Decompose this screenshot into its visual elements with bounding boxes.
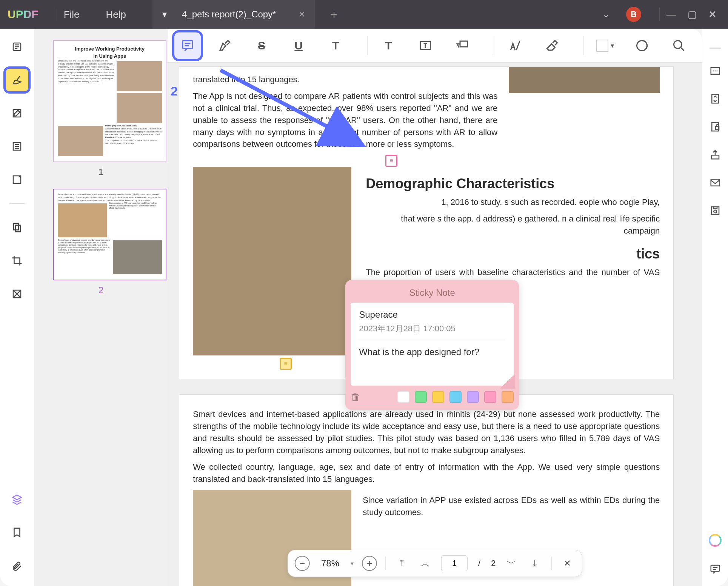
color-swatch[interactable]: [467, 391, 479, 403]
text-tool[interactable]: T: [375, 32, 402, 59]
sticky-note-tool[interactable]: [174, 32, 201, 59]
layers-tool[interactable]: [6, 488, 28, 511]
page-controls: − 78% ▾ + ⤒ ︿ / 2 ﹀ ⤓ ✕: [288, 550, 582, 577]
separator: [385, 557, 386, 570]
minimize-button[interactable]: —: [666, 9, 676, 20]
paragraph: translated into 15 languages.: [193, 74, 497, 86]
thumbnail-panel: Improve Working Productivity in Using Ap…: [34, 29, 168, 586]
last-page-button[interactable]: ⤓: [527, 556, 542, 571]
app-logo: UPDF: [8, 8, 38, 21]
color-swatch[interactable]: [432, 391, 444, 403]
separator: [659, 8, 660, 21]
tab-close-icon[interactable]: ×: [299, 8, 305, 20]
eraser-tool[interactable]: [539, 32, 565, 59]
callout-tool[interactable]: [449, 32, 476, 59]
next-page-button[interactable]: ﹀: [504, 556, 519, 571]
prev-page-button[interactable]: ︿: [418, 556, 433, 571]
reader-tool[interactable]: [6, 35, 28, 58]
paragraph: The App is not designed to compare AR pa…: [193, 90, 497, 150]
sticky-note-marker-icon[interactable]: ≡: [280, 358, 292, 370]
thumbnail-page-2[interactable]: Smart devices and internet-based applica…: [53, 189, 166, 280]
share-icon[interactable]: [710, 148, 721, 160]
menu-help[interactable]: Help: [106, 9, 126, 20]
attachment-tool[interactable]: [6, 554, 28, 577]
pencil-tool[interactable]: [502, 32, 528, 59]
email-icon[interactable]: [710, 175, 721, 188]
separator: [367, 36, 368, 55]
comments-panel-icon[interactable]: [710, 562, 721, 575]
svg-rect-18: [711, 180, 720, 186]
color-swatch[interactable]: [415, 391, 427, 403]
page-input[interactable]: [441, 555, 468, 571]
sticky-author: Superace: [359, 309, 505, 320]
chevron-down-icon[interactable]: ⌄: [597, 6, 615, 23]
form-tool[interactable]: [6, 168, 28, 191]
squiggly-tool[interactable]: T: [322, 32, 349, 59]
delete-note-icon[interactable]: 🗑: [351, 391, 360, 403]
separator: [57, 8, 57, 21]
callout-2: 2: [171, 84, 178, 98]
svg-rect-21: [713, 207, 717, 209]
save-icon[interactable]: [710, 203, 721, 216]
first-page-button[interactable]: ⤒: [394, 556, 409, 571]
separator: [9, 203, 25, 204]
search-button[interactable]: [666, 32, 692, 59]
strikethrough-tool[interactable]: S: [248, 32, 275, 59]
sticky-text[interactable]: What is the app designed for?: [359, 347, 505, 357]
paragraph: Smart devices and internet-based applica…: [193, 408, 660, 457]
paragraph: 1, 2016 to study. s such as recorded. eo…: [366, 196, 660, 208]
color-swatch[interactable]: [397, 391, 409, 403]
document-image: [193, 167, 351, 355]
doc-heading: Demographic Characteristics: [366, 176, 660, 192]
crop-tool[interactable]: [6, 249, 28, 272]
separator: [551, 557, 551, 570]
zoom-level[interactable]: 78%: [321, 558, 339, 569]
bookmark-tool[interactable]: [6, 521, 28, 544]
zoom-in-button[interactable]: +: [362, 556, 377, 571]
color-swatch[interactable]: [484, 391, 496, 403]
zoom-dropdown-icon[interactable]: ▾: [351, 560, 354, 567]
color-swatch[interactable]: [502, 391, 514, 403]
zoom-out-button[interactable]: −: [295, 556, 310, 571]
ocr-icon[interactable]: [710, 64, 721, 77]
document-tab[interactable]: ▾ 4_pets report(2)_Copy* ×: [152, 0, 315, 29]
page-total: 2: [491, 558, 496, 568]
tab-title: 4_pets report(2)_Copy*: [182, 9, 276, 20]
maximize-button[interactable]: ▢: [688, 9, 697, 20]
thumb-page-number: 1: [53, 167, 149, 177]
color-swatch[interactable]: [449, 391, 462, 403]
menu-file[interactable]: File: [64, 9, 80, 20]
comment-tool[interactable]: [6, 69, 28, 91]
pages-tool[interactable]: [6, 135, 28, 158]
paragraph: We collected country, language, age, sex…: [193, 461, 660, 485]
thumbnail-page-1[interactable]: Improve Working Productivity in Using Ap…: [53, 40, 166, 162]
doc-heading: tics: [366, 246, 660, 262]
sticky-note-marker-icon[interactable]: ≡: [385, 155, 397, 167]
thumb-heading: Baseline Characteristics: [105, 136, 132, 138]
svg-rect-7: [183, 40, 193, 48]
close-pager-button[interactable]: ✕: [560, 556, 575, 571]
sticky-note-popup[interactable]: Sticky Note Superace 2023年12月28日 17:00:0…: [345, 280, 519, 410]
page-sep: /: [478, 558, 480, 568]
separator: [494, 36, 494, 55]
shape-tool[interactable]: ▾: [592, 32, 618, 59]
annotation-toolbar: S U T T ▾: [168, 29, 702, 63]
stamp-tool[interactable]: [629, 32, 655, 59]
edit-text-tool[interactable]: [6, 102, 28, 125]
ai-assistant-icon[interactable]: [709, 534, 722, 547]
convert-icon[interactable]: [710, 92, 721, 105]
tab-dropdown-icon[interactable]: ▾: [162, 9, 167, 20]
underline-tool[interactable]: U: [285, 32, 312, 59]
document-image: [509, 67, 660, 93]
new-tab-button[interactable]: ＋: [328, 7, 340, 22]
protect-icon[interactable]: [710, 120, 721, 132]
organize-tool[interactable]: [6, 216, 28, 239]
textbox-tool[interactable]: [412, 32, 439, 59]
resize-handle[interactable]: [500, 374, 515, 389]
thumb-title: Improve Working Productivity: [58, 46, 162, 52]
highlight-tool[interactable]: [211, 32, 238, 59]
svg-point-20: [714, 210, 717, 213]
redact-tool[interactable]: [6, 283, 28, 305]
user-avatar[interactable]: B: [626, 7, 641, 22]
close-button[interactable]: ✕: [708, 9, 717, 20]
